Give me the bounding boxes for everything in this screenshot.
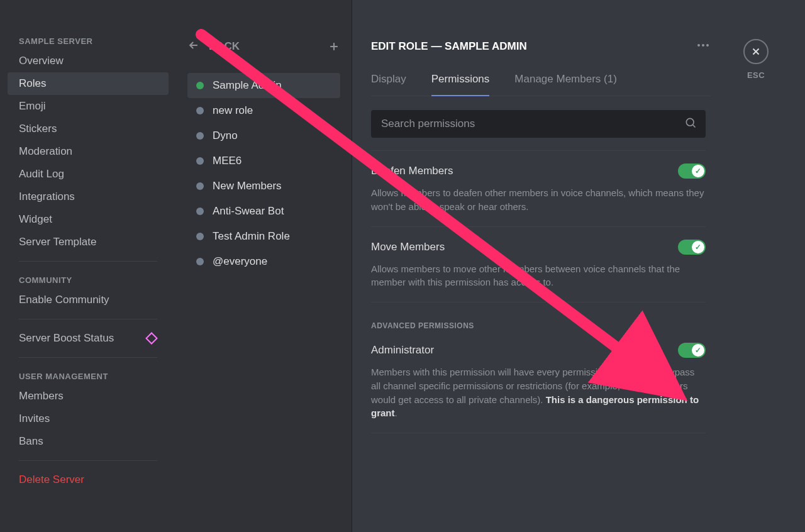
svg-point-3 xyxy=(686,118,694,126)
permission-deafen-members: Deafen Members Allows members to deafen … xyxy=(371,163,706,214)
permission-description: Members with this permission will have e… xyxy=(371,365,706,420)
sidebar-divider xyxy=(19,460,157,461)
add-role-button[interactable] xyxy=(328,40,340,53)
sidebar-item-label: Roles xyxy=(19,77,46,90)
toggle-deafen-members[interactable] xyxy=(678,163,706,179)
sidebar-divider xyxy=(19,357,157,358)
sidebar-item-server-template[interactable]: Server Template xyxy=(8,231,169,253)
server-name-header: SAMPLE SERVER xyxy=(8,30,169,50)
sidebar-item-widget[interactable]: Widget xyxy=(8,208,169,231)
sidebar-item-label: Invites xyxy=(19,413,50,425)
permission-desc-text: . xyxy=(395,407,397,418)
sidebar-item-emoji[interactable]: Emoji xyxy=(8,95,169,118)
sidebar-item-label: Moderation xyxy=(19,145,72,158)
community-header: COMMUNITY xyxy=(8,269,169,289)
tab-manage-members[interactable]: Manage Members (1) xyxy=(514,73,617,96)
svg-point-0 xyxy=(697,44,700,47)
role-color-dot-icon xyxy=(196,182,204,190)
role-name: MEE6 xyxy=(213,155,242,167)
role-name: New Members xyxy=(213,180,282,192)
role-name: @everyone xyxy=(213,255,267,268)
sidebar-item-label: Audit Log xyxy=(19,168,64,180)
permission-list: Deafen Members Allows members to deafen … xyxy=(371,150,706,433)
boost-gem-icon xyxy=(145,332,158,345)
back-label: BACK xyxy=(209,40,240,53)
plus-icon xyxy=(328,40,340,53)
role-name: new role xyxy=(213,104,253,117)
sidebar-divider xyxy=(19,261,157,262)
permission-divider xyxy=(371,433,706,433)
sidebar-item-label: Integrations xyxy=(19,191,75,203)
role-name: Test Admin Role xyxy=(213,230,290,243)
permission-title: Deafen Members xyxy=(371,165,453,177)
sidebar-item-integrations[interactable]: Integrations xyxy=(8,186,169,208)
sidebar-item-label: Emoji xyxy=(19,100,46,113)
role-item-dyno[interactable]: Dyno xyxy=(187,123,340,148)
user-management-header: USER MANAGEMENT xyxy=(8,365,169,385)
edit-role-panel: EDIT ROLE — SAMPLE ADMIN Display Permiss… xyxy=(352,0,805,532)
role-name: Sample Admin xyxy=(213,79,282,92)
sidebar-item-stickers[interactable]: Stickers xyxy=(8,118,169,140)
server-settings-sidebar: SAMPLE SERVER Overview Roles Emoji Stick… xyxy=(0,0,176,532)
sidebar-item-label: Widget xyxy=(19,213,52,226)
permission-title: Administrator xyxy=(371,344,434,357)
search-permissions-input[interactable] xyxy=(380,117,684,131)
edit-role-title: EDIT ROLE — SAMPLE ADMIN xyxy=(371,40,527,53)
permission-administrator: Administrator Members with this permissi… xyxy=(371,343,706,420)
toggle-administrator[interactable] xyxy=(678,343,706,358)
sidebar-item-label: Overview xyxy=(19,55,64,67)
tab-display[interactable]: Display xyxy=(371,73,406,96)
role-color-dot-icon xyxy=(196,107,204,114)
sidebar-item-audit-log[interactable]: Audit Log xyxy=(8,163,169,186)
role-color-dot-icon xyxy=(196,82,204,89)
tab-permissions[interactable]: Permissions xyxy=(431,73,490,96)
permission-divider xyxy=(371,150,706,151)
sidebar-item-bans[interactable]: Bans xyxy=(8,430,169,453)
sidebar-item-invites[interactable]: Invites xyxy=(8,407,169,430)
role-name: Dyno xyxy=(213,130,238,142)
permission-description: Allows members to deafen other members i… xyxy=(371,186,706,214)
role-item-everyone[interactable]: @everyone xyxy=(187,249,340,274)
permission-description: Allows members to move other members bet… xyxy=(371,262,706,290)
permission-title: Move Members xyxy=(371,241,445,253)
sidebar-item-label: Bans xyxy=(19,435,43,448)
sidebar-item-label: Delete Server xyxy=(19,474,84,486)
permission-move-members: Move Members Allows members to move othe… xyxy=(371,240,706,290)
sidebar-item-overview[interactable]: Overview xyxy=(8,50,169,72)
role-item-new-members[interactable]: New Members xyxy=(187,174,340,199)
sidebar-divider xyxy=(19,319,157,319)
role-color-dot-icon xyxy=(196,132,204,140)
role-color-dot-icon xyxy=(196,258,204,265)
sidebar-item-moderation[interactable]: Moderation xyxy=(8,140,169,163)
close-settings: ESC xyxy=(743,39,769,80)
role-list-column: BACK Sample Admin new role Dyno MEE6 New… xyxy=(176,0,352,532)
sidebar-item-delete-server[interactable]: Delete Server xyxy=(8,468,169,491)
role-item-mee6[interactable]: MEE6 xyxy=(187,148,340,174)
role-name: Anti-Swear Bot xyxy=(213,205,284,218)
search-icon xyxy=(684,116,697,131)
back-button[interactable]: BACK xyxy=(187,39,240,54)
arrow-left-icon xyxy=(187,39,200,54)
sidebar-item-enable-community[interactable]: Enable Community xyxy=(8,289,169,311)
role-item-new-role[interactable]: new role xyxy=(187,98,340,123)
close-button[interactable] xyxy=(743,39,769,64)
more-options-button[interactable] xyxy=(696,38,711,55)
role-color-dot-icon xyxy=(196,208,204,215)
role-color-dot-icon xyxy=(196,157,204,165)
ellipsis-icon xyxy=(696,38,711,53)
search-permissions[interactable] xyxy=(371,110,706,138)
permission-divider xyxy=(371,226,706,227)
role-color-dot-icon xyxy=(196,233,204,240)
role-item-sample-admin[interactable]: Sample Admin xyxy=(187,73,340,98)
toggle-move-members[interactable] xyxy=(678,240,706,255)
section-advanced-permissions: ADVANCED PERMISSIONS xyxy=(371,321,706,330)
sidebar-item-label: Members xyxy=(19,390,64,402)
role-item-anti-swear-bot[interactable]: Anti-Swear Bot xyxy=(187,199,340,224)
sidebar-item-roles[interactable]: Roles xyxy=(8,72,169,95)
sidebar-item-members[interactable]: Members xyxy=(8,385,169,407)
role-editor-tabs: Display Permissions Manage Members (1) xyxy=(371,73,711,96)
role-item-test-admin-role[interactable]: Test Admin Role xyxy=(187,224,340,249)
sidebar-item-label: Server Template xyxy=(19,236,96,248)
permission-divider xyxy=(371,302,706,302)
sidebar-item-server-boost[interactable]: Server Boost Status xyxy=(8,327,169,350)
